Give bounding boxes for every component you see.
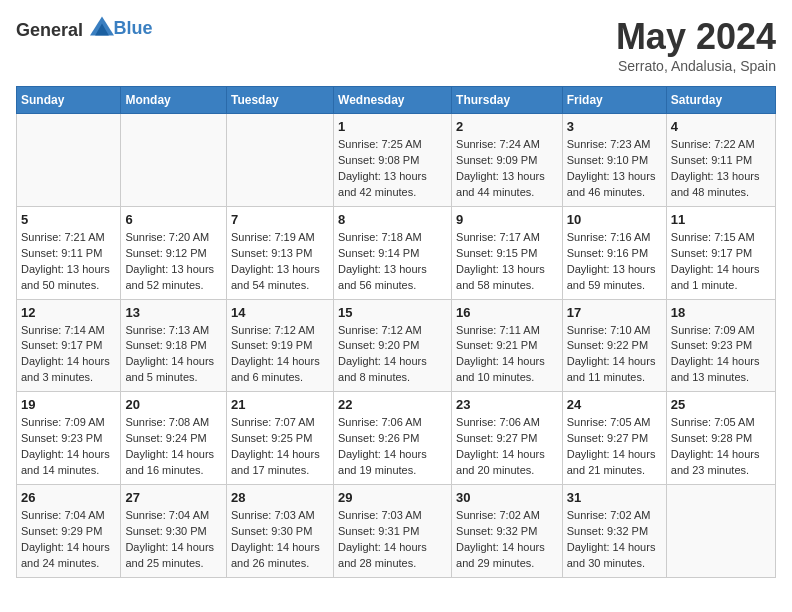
calendar-day-cell: 16Sunrise: 7:11 AMSunset: 9:21 PMDayligh… (452, 299, 563, 392)
day-number: 6 (125, 212, 222, 227)
calendar-day-cell: 17Sunrise: 7:10 AMSunset: 9:22 PMDayligh… (562, 299, 666, 392)
day-info: Sunrise: 7:21 AMSunset: 9:11 PMDaylight:… (21, 230, 116, 294)
day-info: Sunrise: 7:15 AMSunset: 9:17 PMDaylight:… (671, 230, 771, 294)
day-number: 16 (456, 305, 558, 320)
day-info: Sunrise: 7:08 AMSunset: 9:24 PMDaylight:… (125, 415, 222, 479)
calendar-week-row: 12Sunrise: 7:14 AMSunset: 9:17 PMDayligh… (17, 299, 776, 392)
day-info: Sunrise: 7:06 AMSunset: 9:26 PMDaylight:… (338, 415, 447, 479)
calendar-day-cell: 26Sunrise: 7:04 AMSunset: 9:29 PMDayligh… (17, 485, 121, 578)
day-info: Sunrise: 7:14 AMSunset: 9:17 PMDaylight:… (21, 323, 116, 387)
calendar-week-row: 26Sunrise: 7:04 AMSunset: 9:29 PMDayligh… (17, 485, 776, 578)
day-info: Sunrise: 7:12 AMSunset: 9:19 PMDaylight:… (231, 323, 329, 387)
calendar-day-cell: 3Sunrise: 7:23 AMSunset: 9:10 PMDaylight… (562, 114, 666, 207)
weekday-header: Sunday (17, 87, 121, 114)
day-info: Sunrise: 7:04 AMSunset: 9:30 PMDaylight:… (125, 508, 222, 572)
weekday-header: Wednesday (334, 87, 452, 114)
weekday-header: Monday (121, 87, 227, 114)
calendar-day-cell: 6Sunrise: 7:20 AMSunset: 9:12 PMDaylight… (121, 206, 227, 299)
day-number: 9 (456, 212, 558, 227)
day-info: Sunrise: 7:16 AMSunset: 9:16 PMDaylight:… (567, 230, 662, 294)
main-title: May 2024 (616, 16, 776, 58)
day-info: Sunrise: 7:03 AMSunset: 9:30 PMDaylight:… (231, 508, 329, 572)
calendar-day-cell (226, 114, 333, 207)
logo-general-text: General (16, 20, 83, 40)
day-number: 3 (567, 119, 662, 134)
day-info: Sunrise: 7:17 AMSunset: 9:15 PMDaylight:… (456, 230, 558, 294)
day-number: 20 (125, 397, 222, 412)
day-info: Sunrise: 7:12 AMSunset: 9:20 PMDaylight:… (338, 323, 447, 387)
day-number: 25 (671, 397, 771, 412)
calendar-day-cell: 2Sunrise: 7:24 AMSunset: 9:09 PMDaylight… (452, 114, 563, 207)
day-number: 2 (456, 119, 558, 134)
weekday-header: Thursday (452, 87, 563, 114)
day-info: Sunrise: 7:06 AMSunset: 9:27 PMDaylight:… (456, 415, 558, 479)
day-number: 31 (567, 490, 662, 505)
day-number: 7 (231, 212, 329, 227)
header: General Blue May 2024 Serrato, Andalusia… (16, 16, 776, 74)
day-info: Sunrise: 7:03 AMSunset: 9:31 PMDaylight:… (338, 508, 447, 572)
day-info: Sunrise: 7:25 AMSunset: 9:08 PMDaylight:… (338, 137, 447, 201)
logo-blue-text: Blue (114, 18, 153, 38)
day-number: 12 (21, 305, 116, 320)
day-info: Sunrise: 7:11 AMSunset: 9:21 PMDaylight:… (456, 323, 558, 387)
weekday-header: Tuesday (226, 87, 333, 114)
day-number: 29 (338, 490, 447, 505)
calendar-day-cell: 15Sunrise: 7:12 AMSunset: 9:20 PMDayligh… (334, 299, 452, 392)
day-number: 11 (671, 212, 771, 227)
calendar-week-row: 19Sunrise: 7:09 AMSunset: 9:23 PMDayligh… (17, 392, 776, 485)
day-number: 21 (231, 397, 329, 412)
day-info: Sunrise: 7:09 AMSunset: 9:23 PMDaylight:… (21, 415, 116, 479)
day-number: 8 (338, 212, 447, 227)
calendar-day-cell: 10Sunrise: 7:16 AMSunset: 9:16 PMDayligh… (562, 206, 666, 299)
calendar-day-cell: 7Sunrise: 7:19 AMSunset: 9:13 PMDaylight… (226, 206, 333, 299)
day-number: 5 (21, 212, 116, 227)
header-row: SundayMondayTuesdayWednesdayThursdayFrid… (17, 87, 776, 114)
day-number: 14 (231, 305, 329, 320)
calendar-day-cell: 12Sunrise: 7:14 AMSunset: 9:17 PMDayligh… (17, 299, 121, 392)
calendar-day-cell: 25Sunrise: 7:05 AMSunset: 9:28 PMDayligh… (666, 392, 775, 485)
day-info: Sunrise: 7:07 AMSunset: 9:25 PMDaylight:… (231, 415, 329, 479)
day-number: 18 (671, 305, 771, 320)
calendar-day-cell: 28Sunrise: 7:03 AMSunset: 9:30 PMDayligh… (226, 485, 333, 578)
calendar-day-cell: 5Sunrise: 7:21 AMSunset: 9:11 PMDaylight… (17, 206, 121, 299)
day-number: 19 (21, 397, 116, 412)
calendar-day-cell: 14Sunrise: 7:12 AMSunset: 9:19 PMDayligh… (226, 299, 333, 392)
calendar-day-cell: 24Sunrise: 7:05 AMSunset: 9:27 PMDayligh… (562, 392, 666, 485)
calendar-day-cell (17, 114, 121, 207)
calendar-day-cell: 9Sunrise: 7:17 AMSunset: 9:15 PMDaylight… (452, 206, 563, 299)
day-number: 22 (338, 397, 447, 412)
calendar-day-cell: 11Sunrise: 7:15 AMSunset: 9:17 PMDayligh… (666, 206, 775, 299)
day-info: Sunrise: 7:04 AMSunset: 9:29 PMDaylight:… (21, 508, 116, 572)
logo: General Blue (16, 16, 153, 41)
day-info: Sunrise: 7:05 AMSunset: 9:28 PMDaylight:… (671, 415, 771, 479)
day-info: Sunrise: 7:05 AMSunset: 9:27 PMDaylight:… (567, 415, 662, 479)
subtitle: Serrato, Andalusia, Spain (616, 58, 776, 74)
calendar-day-cell (666, 485, 775, 578)
calendar-day-cell: 20Sunrise: 7:08 AMSunset: 9:24 PMDayligh… (121, 392, 227, 485)
calendar-table: SundayMondayTuesdayWednesdayThursdayFrid… (16, 86, 776, 578)
day-number: 15 (338, 305, 447, 320)
day-number: 13 (125, 305, 222, 320)
day-number: 28 (231, 490, 329, 505)
day-number: 17 (567, 305, 662, 320)
calendar-day-cell (121, 114, 227, 207)
day-number: 26 (21, 490, 116, 505)
day-info: Sunrise: 7:10 AMSunset: 9:22 PMDaylight:… (567, 323, 662, 387)
calendar-day-cell: 31Sunrise: 7:02 AMSunset: 9:32 PMDayligh… (562, 485, 666, 578)
day-number: 1 (338, 119, 447, 134)
day-info: Sunrise: 7:24 AMSunset: 9:09 PMDaylight:… (456, 137, 558, 201)
day-info: Sunrise: 7:20 AMSunset: 9:12 PMDaylight:… (125, 230, 222, 294)
calendar-day-cell: 8Sunrise: 7:18 AMSunset: 9:14 PMDaylight… (334, 206, 452, 299)
calendar-week-row: 1Sunrise: 7:25 AMSunset: 9:08 PMDaylight… (17, 114, 776, 207)
logo-icon (90, 16, 114, 36)
calendar-week-row: 5Sunrise: 7:21 AMSunset: 9:11 PMDaylight… (17, 206, 776, 299)
day-info: Sunrise: 7:19 AMSunset: 9:13 PMDaylight:… (231, 230, 329, 294)
day-info: Sunrise: 7:13 AMSunset: 9:18 PMDaylight:… (125, 323, 222, 387)
day-number: 4 (671, 119, 771, 134)
calendar-day-cell: 18Sunrise: 7:09 AMSunset: 9:23 PMDayligh… (666, 299, 775, 392)
day-info: Sunrise: 7:22 AMSunset: 9:11 PMDaylight:… (671, 137, 771, 201)
day-info: Sunrise: 7:09 AMSunset: 9:23 PMDaylight:… (671, 323, 771, 387)
day-info: Sunrise: 7:18 AMSunset: 9:14 PMDaylight:… (338, 230, 447, 294)
day-number: 24 (567, 397, 662, 412)
calendar-day-cell: 22Sunrise: 7:06 AMSunset: 9:26 PMDayligh… (334, 392, 452, 485)
